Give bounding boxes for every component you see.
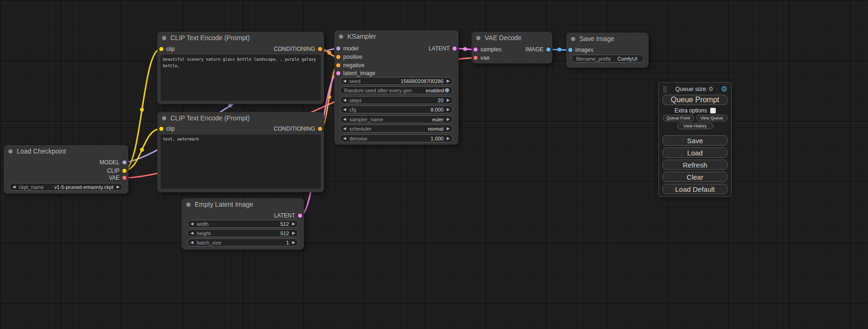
input-slot-images: images <box>566 46 593 54</box>
node-load-checkpoint[interactable]: Load Checkpoint MODEL CLIP VAE ◀ ckpt_na… <box>4 145 128 194</box>
load-button[interactable]: Load <box>663 147 727 158</box>
widget-label: width <box>197 221 209 227</box>
save-button[interactable]: Save <box>663 135 727 146</box>
images-input-dot[interactable] <box>568 48 572 52</box>
image-output-dot[interactable] <box>546 48 550 52</box>
increment-arrow-icon[interactable]: ▶ <box>292 241 295 245</box>
node-title-bar[interactable]: Empty Latent Image <box>182 198 304 210</box>
load-default-button[interactable]: Load Default <box>663 184 727 194</box>
vae-input-dot[interactable] <box>473 56 478 60</box>
increment-arrow-icon[interactable]: ▶ <box>447 79 450 83</box>
queue-menu-panel[interactable]: ⣿ Queue size: 0 ⚙ Queue Prompt Extra opt… <box>658 82 732 197</box>
toggle-indicator-icon[interactable] <box>445 88 449 92</box>
negative-input-dot[interactable] <box>336 63 340 68</box>
refresh-button[interactable]: Refresh <box>663 160 727 170</box>
slot-label: latent_image <box>343 70 375 77</box>
queue-prompt-button[interactable]: Queue Prompt <box>663 95 727 105</box>
output-slot-image: IMAGE <box>525 45 552 54</box>
input-slot-negative: negative <box>334 61 364 70</box>
node-title-bar[interactable]: KSampler <box>334 30 459 42</box>
node-title-bar[interactable]: Load Checkpoint <box>4 145 128 157</box>
node-clip-text-encode-negative[interactable]: CLIP Text Encode (Prompt) clip CONDITION… <box>157 112 324 192</box>
slot-label: IMAGE <box>525 46 543 53</box>
steps-widget[interactable]: ◀ steps 20 ▶ <box>340 96 453 104</box>
increment-arrow-icon[interactable]: ▶ <box>292 222 295 226</box>
menu-header: ⣿ Queue size: 0 ⚙ <box>663 84 727 93</box>
decrement-arrow-icon[interactable]: ◀ <box>343 118 346 121</box>
widget-label: height <box>197 231 211 236</box>
node-vae-decode[interactable]: VAE Decode samples vae IMAGE <box>472 32 552 63</box>
conditioning-output-dot[interactable] <box>318 47 322 51</box>
node-save-image[interactable]: Save Image images filename_prefix ComfyU… <box>566 33 649 68</box>
increment-arrow-icon[interactable]: ▶ <box>447 98 450 102</box>
output-slot-latent: LATENT <box>274 211 304 220</box>
node-title-bar[interactable]: VAE Decode <box>472 32 552 44</box>
increment-arrow-icon[interactable]: ▶ <box>447 118 450 121</box>
conditioning-output-dot[interactable] <box>318 127 322 131</box>
increment-arrow-icon[interactable]: ▶ <box>292 231 295 235</box>
widget-label: ckpt_name <box>19 184 44 190</box>
sampler-name-widget[interactable]: ◀ sampler_name euler ▶ <box>340 115 453 123</box>
slot-label: CONDITIONING <box>274 126 315 132</box>
decrement-arrow-icon[interactable]: ◀ <box>343 127 346 131</box>
clip-input-dot[interactable] <box>159 127 163 131</box>
widget-value: normal <box>428 126 444 132</box>
node-title-bar[interactable]: Save Image <box>566 33 649 45</box>
model-output-dot[interactable] <box>122 161 127 165</box>
positive-input-dot[interactable] <box>336 55 340 59</box>
node-title: Load Checkpoint <box>17 147 66 155</box>
increment-arrow-icon[interactable]: ▶ <box>117 185 120 189</box>
decrement-arrow-icon[interactable]: ◀ <box>343 79 346 83</box>
filename-prefix-widget[interactable]: filename_prefix ComfyUI <box>571 55 644 63</box>
clip-output-dot[interactable] <box>122 169 127 173</box>
slot-label: CLIP <box>107 168 120 174</box>
height-widget[interactable]: ◀ height 512 ▶ <box>187 229 298 237</box>
samples-input-dot[interactable] <box>473 48 478 52</box>
denoise-widget[interactable]: ◀ denoise 1.000 ▶ <box>340 134 453 142</box>
node-clip-text-encode-positive[interactable]: CLIP Text Encode (Prompt) clip CONDITION… <box>157 32 324 104</box>
settings-gear-icon[interactable]: ⚙ <box>721 84 727 93</box>
slot-label: model <box>343 45 359 52</box>
latent-image-input-dot[interactable] <box>336 71 340 76</box>
ckpt-name-widget[interactable]: ◀ ckpt_name v1-5-pruned-emaonly.ckpt ▶ <box>9 183 123 191</box>
extra-options-checkbox[interactable] <box>710 108 716 113</box>
decrement-arrow-icon[interactable]: ◀ <box>191 241 193 245</box>
decrement-arrow-icon[interactable]: ◀ <box>191 231 193 235</box>
prompt-text-area[interactable]: text, watermark <box>161 134 321 189</box>
widget-label: batch_size <box>197 240 221 245</box>
decrement-arrow-icon[interactable]: ◀ <box>343 137 346 140</box>
increment-arrow-icon[interactable]: ▶ <box>447 137 450 140</box>
random-seed-toggle-widget[interactable]: Random seed after every gen enabled <box>340 86 453 94</box>
node-status-dot <box>8 149 13 154</box>
drag-handle-icon[interactable]: ⣿ <box>663 85 667 92</box>
slot-label: vae <box>480 55 489 61</box>
queue-front-button[interactable]: Queue Front <box>663 115 694 121</box>
node-title: Empty Latent Image <box>195 201 253 208</box>
node-ksampler[interactable]: KSampler model positive negative latent_… <box>334 30 459 145</box>
decrement-arrow-icon[interactable]: ◀ <box>343 98 346 102</box>
view-queue-button[interactable]: View Queue <box>696 115 728 121</box>
cfg-widget[interactable]: ◀ cfg 8.000 ▶ <box>340 105 453 113</box>
decrement-arrow-icon[interactable]: ◀ <box>13 185 15 189</box>
node-empty-latent-image[interactable]: Empty Latent Image LATENT ◀ width 512 ▶ … <box>182 198 304 250</box>
increment-arrow-icon[interactable]: ▶ <box>447 108 450 112</box>
vae-output-dot[interactable] <box>122 176 127 180</box>
batch-size-widget[interactable]: ◀ batch_size 1 ▶ <box>187 238 298 246</box>
node-title-bar[interactable]: CLIP Text Encode (Prompt) <box>157 112 324 124</box>
view-history-button[interactable]: View History <box>677 123 713 129</box>
comfyui-canvas[interactable]: { "colors": { "MODEL": "#B39DDB", "CLIP"… <box>0 0 868 329</box>
scheduler-widget[interactable]: ◀ scheduler normal ▶ <box>340 125 453 133</box>
latent-output-dot[interactable] <box>298 214 302 218</box>
node-title-bar[interactable]: CLIP Text Encode (Prompt) <box>157 32 324 44</box>
clear-button[interactable]: Clear <box>663 172 727 182</box>
width-widget[interactable]: ◀ width 512 ▶ <box>187 220 298 228</box>
seed-widget[interactable]: ◀ seed 156680208700286 ▶ <box>340 77 453 85</box>
model-input-dot[interactable] <box>336 47 340 51</box>
increment-arrow-icon[interactable]: ▶ <box>447 127 450 131</box>
prompt-text-area[interactable]: beautiful scenery nature glass bottle la… <box>161 55 321 101</box>
clip-input-dot[interactable] <box>159 47 163 51</box>
latent-output-dot[interactable] <box>452 47 457 51</box>
output-slot-model: MODEL <box>99 158 128 167</box>
decrement-arrow-icon[interactable]: ◀ <box>191 222 193 226</box>
decrement-arrow-icon[interactable]: ◀ <box>343 108 346 112</box>
